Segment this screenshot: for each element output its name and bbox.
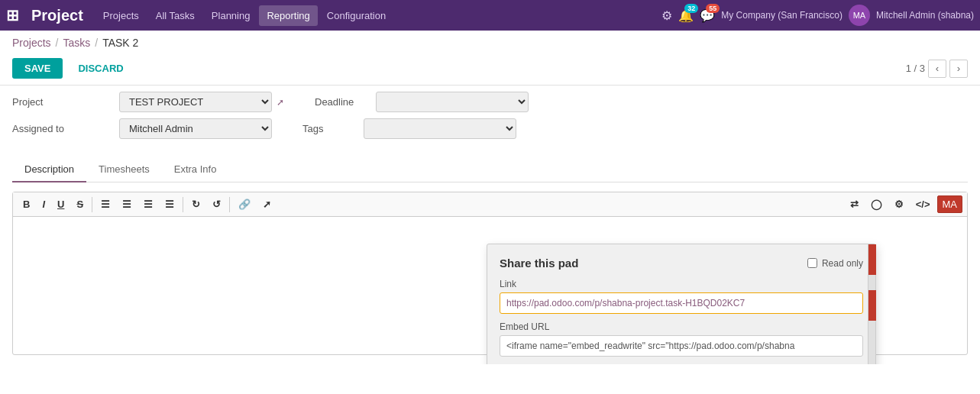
popup-scrollbar-thumb xyxy=(868,244,876,275)
avatar[interactable]: MA xyxy=(849,5,870,26)
assigned-to-field: Mitchell Admin xyxy=(119,118,272,139)
deadline-select[interactable] xyxy=(376,92,529,112)
tab-timesheets[interactable]: Timesheets xyxy=(86,157,162,182)
expand-button[interactable]: ➚ xyxy=(257,195,277,213)
app-brand: Project xyxy=(31,7,83,24)
read-only-row: Read only xyxy=(807,258,863,269)
read-only-checkbox[interactable] xyxy=(807,258,817,268)
nav-projects[interactable]: Projects xyxy=(95,5,147,26)
bold-button[interactable]: B xyxy=(18,195,35,213)
share-pad-header: Share this pad Read only xyxy=(500,257,863,270)
notification-icon[interactable]: 🔔 32 xyxy=(678,8,694,23)
discard-button[interactable]: DISCARD xyxy=(69,58,132,79)
gear-button[interactable]: ⚙ xyxy=(889,195,909,213)
undo-button[interactable]: ↻ xyxy=(186,195,205,213)
nav-all-tasks[interactable]: All Tasks xyxy=(148,5,202,26)
pagination-text: 1 / 3 xyxy=(906,63,925,74)
breadcrumb-sep-2: / xyxy=(95,37,98,49)
underline-button[interactable]: U xyxy=(52,195,70,213)
breadcrumb: Projects / Tasks / TASK 2 xyxy=(0,31,980,55)
read-only-label[interactable]: Read only xyxy=(822,258,863,269)
tags-select[interactable] xyxy=(364,118,516,139)
code-button[interactable]: </> xyxy=(910,195,936,213)
embed-url-input[interactable] xyxy=(500,335,863,357)
share-pad-title: Share this pad xyxy=(500,257,578,270)
pagination-next[interactable]: › xyxy=(949,60,968,78)
external-link-icon[interactable]: ➚ xyxy=(277,97,284,108)
navbar-menu: Projects All Tasks Planning Reporting Co… xyxy=(95,5,658,26)
breadcrumb-sep-1: / xyxy=(56,37,59,49)
toolbar-right: ⇄ ◯ ⚙ </> MA xyxy=(845,195,962,213)
italic-button[interactable]: I xyxy=(37,195,50,213)
popup-scrollbar[interactable] xyxy=(868,244,875,364)
link-url-input[interactable] xyxy=(500,292,863,314)
notification-badge: 32 xyxy=(684,4,698,13)
app-grid-icon[interactable]: ⊞ xyxy=(6,6,19,24)
company-selector[interactable]: My Company (San Francisco) xyxy=(721,10,843,21)
toolbar-sep-1 xyxy=(92,197,92,212)
align-right-button[interactable]: ☰ xyxy=(160,195,180,213)
message-badge: 55 xyxy=(706,4,720,13)
avatar-button[interactable]: MA xyxy=(937,195,963,213)
clock-button[interactable]: ◯ xyxy=(865,195,888,213)
action-bar: SAVE DISCARD 1 / 3 ‹ › xyxy=(0,55,980,85)
form-section: Project TEST PROJECT ➚ Deadline Assigned… xyxy=(0,85,980,151)
unordered-list-button[interactable]: ☰ xyxy=(117,195,137,213)
project-field: TEST PROJECT ➚ xyxy=(119,92,284,112)
nav-configuration[interactable]: Configuration xyxy=(319,5,393,26)
embed-label: Embed URL xyxy=(500,321,863,332)
editor-toolbar: B I U S ☰ ☰ ☰ ☰ ↻ ↺ 🔗 ➚ ⇄ ◯ ⚙ </> MA xyxy=(13,192,967,217)
toolbar-sep-2 xyxy=(183,197,183,212)
assigned-to-label: Assigned to xyxy=(12,123,119,134)
project-select[interactable]: TEST PROJECT xyxy=(119,92,272,112)
share-pad-popup: Share this pad Read only Link Embed URL xyxy=(487,244,876,364)
user-menu[interactable]: Mitchell Admin (shabna) xyxy=(876,10,974,21)
import-button[interactable]: ⇄ xyxy=(845,195,864,213)
align-left-button[interactable]: ☰ xyxy=(138,195,158,213)
project-label: Project xyxy=(12,96,119,108)
ordered-list-button[interactable]: ☰ xyxy=(95,195,115,213)
link-button[interactable]: 🔗 xyxy=(233,195,256,213)
form-row-project: Project TEST PROJECT ➚ Deadline xyxy=(12,92,968,112)
redo-button[interactable]: ↺ xyxy=(207,195,226,213)
editor-body[interactable]: Share this pad Read only Link Embed URL xyxy=(13,217,967,354)
assigned-to-select[interactable]: Mitchell Admin xyxy=(119,118,272,139)
strikethrough-button[interactable]: S xyxy=(71,195,89,213)
deadline-label: Deadline xyxy=(315,96,376,108)
navbar: ⊞ Project Projects All Tasks Planning Re… xyxy=(0,0,980,31)
tags-label: Tags xyxy=(302,123,364,134)
deadline-col: Deadline xyxy=(315,92,968,112)
link-label: Link xyxy=(500,279,863,289)
toolbar-sep-3 xyxy=(229,197,230,212)
pagination-prev[interactable]: ‹ xyxy=(928,60,946,78)
popup-scrollbar-thumb2 xyxy=(868,290,876,321)
breadcrumb-current: TASK 2 xyxy=(102,37,138,49)
tags-col: Tags xyxy=(302,118,968,139)
form-row-assigned: Assigned to Mitchell Admin Tags xyxy=(12,118,968,139)
editor-container: B I U S ☰ ☰ ☰ ☰ ↻ ↺ 🔗 ➚ ⇄ ◯ ⚙ </> MA Sha… xyxy=(12,192,968,355)
settings-icon[interactable]: ⚙ xyxy=(661,8,672,23)
message-icon[interactable]: 💬 55 xyxy=(700,8,715,23)
pagination: 1 / 3 ‹ › xyxy=(906,60,968,78)
tab-extra-info[interactable]: Extra Info xyxy=(162,157,229,182)
navbar-right: ⚙ 🔔 32 💬 55 My Company (San Francisco) M… xyxy=(661,5,974,26)
nav-reporting[interactable]: Reporting xyxy=(259,5,317,26)
save-button[interactable]: SAVE xyxy=(12,58,63,79)
tab-description[interactable]: Description xyxy=(12,157,86,182)
breadcrumb-projects[interactable]: Projects xyxy=(12,37,51,49)
tabs-bar: Description Timesheets Extra Info xyxy=(12,157,968,182)
breadcrumb-tasks[interactable]: Tasks xyxy=(63,37,90,49)
nav-planning[interactable]: Planning xyxy=(204,5,258,26)
